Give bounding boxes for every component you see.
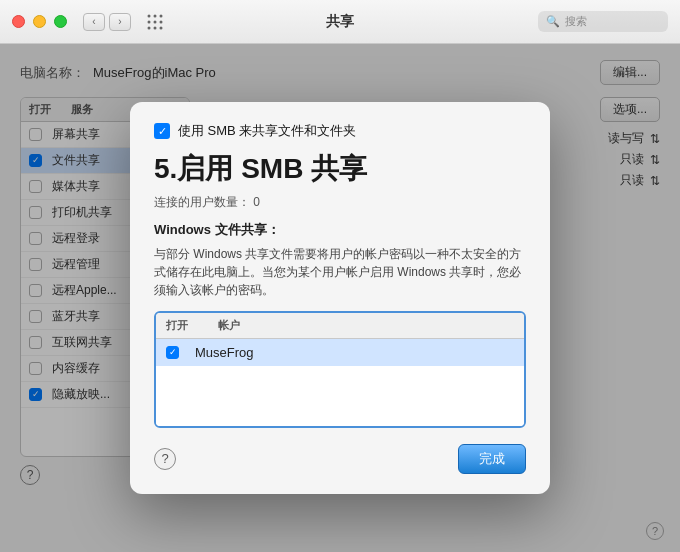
svg-point-7 bbox=[154, 26, 157, 29]
smb-checkbox[interactable] bbox=[154, 123, 170, 139]
connected-count-row: 连接的用户数量： 0 bbox=[154, 194, 526, 211]
svg-point-6 bbox=[148, 26, 151, 29]
main-content: 电脑名称： MuseFrog的iMac Pro 编辑... 打开 服务 屏幕共享… bbox=[0, 44, 680, 552]
search-placeholder: 搜索 bbox=[565, 14, 587, 29]
svg-point-3 bbox=[148, 20, 151, 23]
smb-big-title: 5.启用 SMB 共享 bbox=[154, 152, 526, 186]
title-bar: ‹ › 共享 🔍 搜索 bbox=[0, 0, 680, 44]
nav-buttons: ‹ › bbox=[83, 13, 131, 31]
back-button[interactable]: ‹ bbox=[83, 13, 105, 31]
account-checkbox[interactable] bbox=[166, 346, 179, 359]
modal-overlay: 使用 SMB 来共享文件和文件夹 5.启用 SMB 共享 连接的用户数量： 0 … bbox=[0, 44, 680, 552]
grid-icon[interactable] bbox=[143, 10, 167, 34]
fullscreen-button[interactable] bbox=[54, 15, 67, 28]
modal-footer: ? 完成 bbox=[154, 444, 526, 474]
svg-point-2 bbox=[160, 14, 163, 17]
smb-modal: 使用 SMB 来共享文件和文件夹 5.启用 SMB 共享 连接的用户数量： 0 … bbox=[130, 102, 550, 494]
account-col1-header: 打开 bbox=[166, 318, 188, 333]
smb-description: 与部分 Windows 共享文件需要将用户的帐户密码以一种不太安全的方式储存在此… bbox=[154, 245, 526, 299]
svg-point-8 bbox=[160, 26, 163, 29]
close-button[interactable] bbox=[12, 15, 25, 28]
forward-button[interactable]: › bbox=[109, 13, 131, 31]
minimize-button[interactable] bbox=[33, 15, 46, 28]
svg-point-5 bbox=[160, 20, 163, 23]
svg-point-0 bbox=[148, 14, 151, 17]
smb-checkbox-label: 使用 SMB 来共享文件和文件夹 bbox=[178, 122, 356, 140]
windows-share-title: Windows 文件共享： bbox=[154, 221, 526, 239]
svg-point-4 bbox=[154, 20, 157, 23]
search-icon: 🔍 bbox=[546, 15, 560, 28]
traffic-lights bbox=[12, 15, 67, 28]
window-title: 共享 bbox=[326, 13, 354, 31]
svg-point-1 bbox=[154, 14, 157, 17]
connected-count: 0 bbox=[253, 195, 260, 209]
account-name: MuseFrog bbox=[195, 345, 254, 360]
modal-done-button[interactable]: 完成 bbox=[458, 444, 526, 474]
smb-checkbox-row[interactable]: 使用 SMB 来共享文件和文件夹 bbox=[154, 122, 526, 140]
account-table: 打开 帐户 MuseFrog bbox=[154, 311, 526, 428]
account-table-empty bbox=[156, 366, 524, 426]
account-col2-header: 帐户 bbox=[218, 318, 240, 333]
connected-label: 连接的用户数量： bbox=[154, 195, 250, 209]
search-box[interactable]: 🔍 搜索 bbox=[538, 11, 668, 32]
modal-help-button[interactable]: ? bbox=[154, 448, 176, 470]
account-table-header: 打开 帐户 bbox=[156, 313, 524, 339]
account-row[interactable]: MuseFrog bbox=[156, 339, 524, 366]
